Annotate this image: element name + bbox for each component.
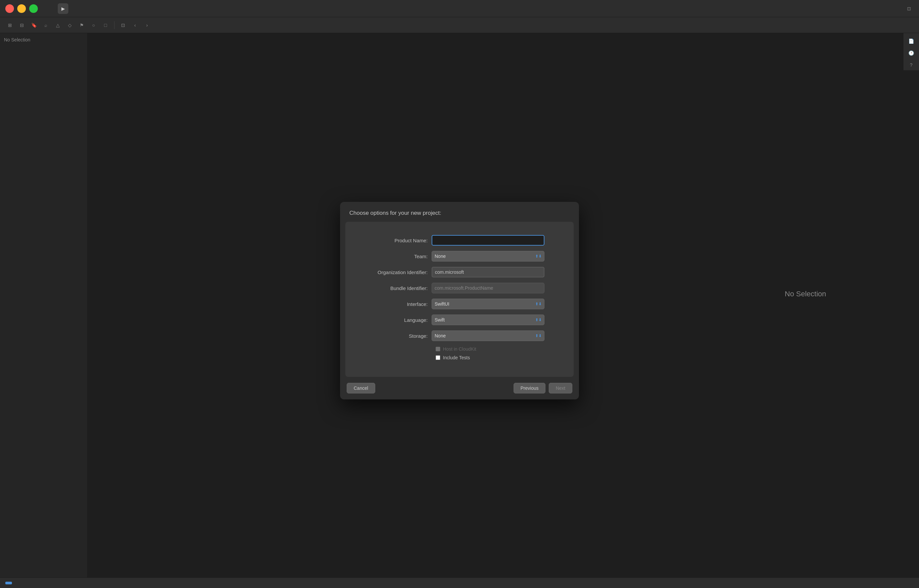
product-name-row: Product Name: <box>352 235 567 246</box>
team-select[interactable]: None Personal Team Company Team <box>432 251 545 262</box>
team-label: Team: <box>352 254 432 259</box>
bottom-bar <box>0 577 919 588</box>
include-tests-row: Include Tests <box>352 355 567 360</box>
storage-select[interactable]: None Core Data SwiftData <box>432 330 545 341</box>
source-control-panel-icon[interactable]: ⊡ <box>118 21 128 30</box>
dialog-title: Choose options for your new project: <box>340 202 579 222</box>
include-tests-label: Include Tests <box>443 355 470 360</box>
help-icon[interactable]: ? <box>906 60 917 70</box>
host-cloudkit-label: Host in CloudKit <box>443 346 476 352</box>
toolbar-divider <box>114 21 115 29</box>
history-icon[interactable]: 🕐 <box>906 48 917 58</box>
cancel-button[interactable]: Cancel <box>347 383 375 393</box>
run-button[interactable]: ▶ <box>58 3 68 14</box>
sidebar: No Selection <box>0 33 88 588</box>
nav-back-icon[interactable]: ‹ <box>130 21 140 30</box>
interface-select[interactable]: SwiftUI Storyboard <box>432 299 545 309</box>
product-name-input[interactable] <box>432 235 545 246</box>
storage-select-wrapper: None Core Data SwiftData ⬆⬇ <box>432 330 545 341</box>
right-panel-icons: 📄 🕐 ? <box>903 33 919 70</box>
toolbar-icon-comment[interactable]: ○ <box>89 21 98 30</box>
language-label: Language: <box>352 317 432 323</box>
team-select-wrapper: None Personal Team Company Team ⬆⬇ <box>432 251 545 262</box>
toolbar-icon-search[interactable]: ⌕ <box>41 21 50 30</box>
nav-forward-icon[interactable]: › <box>142 21 152 30</box>
interface-row: Interface: SwiftUI Storyboard ⬆⬇ <box>352 299 567 309</box>
panel-left-icon[interactable]: ⊡ <box>904 4 914 13</box>
new-project-dialog: Choose options for your new project: Pro… <box>340 202 579 399</box>
titlebar-right: ⊡ <box>904 4 914 13</box>
language-row: Language: Swift Objective-C ⬆⬇ <box>352 315 567 325</box>
host-cloudkit-checkbox[interactable] <box>436 347 440 351</box>
storage-row: Storage: None Core Data SwiftData ⬆⬇ <box>352 330 567 341</box>
toolbar-icon-warning[interactable]: △ <box>53 21 62 30</box>
toolbar: ⊞ ⊟ 🔖 ⌕ △ ◇ ⚑ ○ □ ⊡ ‹ › <box>0 17 919 33</box>
host-cloudkit-row: Host in CloudKit <box>352 346 567 352</box>
file-inspector-icon[interactable]: 📄 <box>906 36 917 47</box>
dialog-content: Product Name: Team: None Personal Team C… <box>345 222 574 377</box>
org-identifier-row: Organization Identifier: <box>352 267 567 278</box>
toolbar-icon-grid[interactable]: ⊞ <box>5 21 15 30</box>
sidebar-no-selection: No Selection <box>0 33 87 47</box>
bottom-indicator <box>5 582 12 584</box>
right-no-selection-label: No Selection <box>784 290 826 298</box>
interface-label: Interface: <box>352 301 432 307</box>
toolbar-icon-list[interactable]: ⊟ <box>17 21 26 30</box>
previous-button[interactable]: Previous <box>514 383 545 393</box>
dialog-footer: Cancel Previous Next <box>340 377 579 399</box>
footer-right-buttons: Previous Next <box>514 383 572 393</box>
interface-select-wrapper: SwiftUI Storyboard ⬆⬇ <box>432 299 545 309</box>
close-button[interactable] <box>5 4 14 13</box>
bundle-identifier-row: Bundle Identifier: com.microsoft.Product… <box>352 283 567 293</box>
org-identifier-label: Organization Identifier: <box>352 270 432 275</box>
titlebar: ▶ ⊡ <box>0 0 919 17</box>
team-row: Team: None Personal Team Company Team ⬆⬇ <box>352 251 567 262</box>
next-button[interactable]: Next <box>549 383 572 393</box>
language-select[interactable]: Swift Objective-C <box>432 315 545 325</box>
bundle-identifier-label: Bundle Identifier: <box>352 285 432 291</box>
maximize-button[interactable] <box>29 4 38 13</box>
storage-label: Storage: <box>352 333 432 339</box>
toolbar-icon-bookmark[interactable]: 🔖 <box>29 21 39 30</box>
language-select-wrapper: Swift Objective-C ⬆⬇ <box>432 315 545 325</box>
toolbar-icon-diamond[interactable]: ◇ <box>65 21 74 30</box>
org-identifier-input[interactable] <box>432 267 545 278</box>
product-name-label: Product Name: <box>352 237 432 243</box>
toolbar-icon-doc[interactable]: □ <box>101 21 110 30</box>
include-tests-checkbox[interactable] <box>436 355 440 360</box>
toolbar-icon-flag[interactable]: ⚑ <box>77 21 86 30</box>
bundle-identifier-value: com.microsoft.ProductName <box>432 283 545 293</box>
minimize-button[interactable] <box>17 4 26 13</box>
